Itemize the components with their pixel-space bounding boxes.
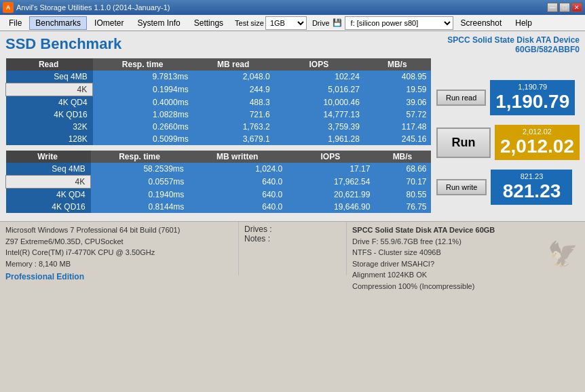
device-info: SPCC Solid State Disk ATA Device 60GB/58… [447, 35, 580, 54]
cell-mb: 721.6 [193, 109, 274, 121]
right-line3: NTFS - Cluster size 4096B [352, 247, 580, 258]
cell-name: 4K QD16 [6, 201, 91, 213]
run-read-button[interactable]: Run read [436, 90, 486, 106]
table-row: 4K 0.1994ms 244.9 5,016.27 19.59 [6, 83, 431, 96]
sys-line2: Z97 Extreme6/M0.35D, CPUSocket [5, 236, 233, 248]
read-header-col2: Resp. time [93, 58, 193, 71]
cell-name: 4K [6, 83, 93, 96]
drives-label: Drives : [244, 224, 341, 234]
menu-system-info[interactable]: System Info [131, 16, 186, 30]
run-write-button[interactable]: Run write [436, 179, 487, 195]
cell-iops: 10,000.46 [274, 96, 364, 109]
menu-screenshot[interactable]: Screenshot [455, 16, 508, 30]
table-row: Seq 4MB 9.7813ms 2,048.0 102.24 408.95 [6, 71, 431, 83]
sys-line3: Intel(R) Core(TM) i7-4770K CPU @ 3.50GHz [5, 247, 233, 258]
cell-mbs: 245.16 [364, 133, 431, 145]
menu-file[interactable]: File [3, 16, 28, 30]
status-middle: Drives : Notes : [238, 222, 347, 275]
test-size-label: Test size [235, 19, 264, 27]
cell-resp: 0.1940ms [91, 189, 189, 201]
cell-resp: 58.2539ms [91, 163, 189, 176]
cell-mb: 2,048.0 [193, 71, 274, 83]
cell-mb: 3,679.1 [193, 133, 274, 145]
maximize-button[interactable]: □ [559, 3, 570, 12]
cell-name: 4K QD4 [6, 96, 93, 109]
cell-mb: 1,763.2 [193, 121, 274, 133]
cell-mb: 640.0 [188, 189, 286, 201]
right-line4: Storage driver MSAHCI? [352, 258, 580, 270]
write-header-col5: MB/s [374, 151, 430, 163]
cell-iops: 3,759.39 [274, 121, 364, 133]
run-button[interactable]: Run [436, 128, 491, 158]
write-header-col4: IOPS [286, 151, 374, 163]
cell-resp: 0.8144ms [91, 201, 189, 213]
title-bar-text: Anvil's Storage Utilities 1.1.0 (2014-Ja… [16, 3, 170, 12]
cell-resp: 0.5099ms [93, 133, 193, 145]
cell-iops: 17.17 [286, 163, 374, 176]
status-left: Microsoft Windows 7 Professional 64 bit … [0, 222, 238, 275]
menu-settings[interactable]: Settings [188, 16, 229, 30]
write-header-col1: Write [6, 151, 91, 163]
cell-mbs: 19.59 [364, 83, 431, 96]
total-score-small: 2,012.02 [500, 128, 574, 136]
read-table: Read Resp. time MB read IOPS MB/s Seq 4M… [5, 58, 431, 145]
table-row: 32K 0.2660ms 1,763.2 3,759.39 117.48 [6, 121, 431, 133]
table-row: Seq 4MB 58.2539ms 1,024.0 17.17 68.66 [6, 163, 431, 176]
write-header-col2: Resp. time [91, 151, 189, 163]
table-row: 128K 0.5099ms 3,679.1 1,961.28 245.16 [6, 133, 431, 145]
menu-iometer[interactable]: IOmeter [88, 16, 130, 30]
cell-mbs: 408.95 [364, 71, 431, 83]
read-score-large: 1,190.79 [495, 91, 569, 113]
cell-iops: 20,621.99 [286, 189, 374, 201]
right-line2: Drive F: 55.9/6.7GB free (12.1%) [352, 236, 580, 248]
minimize-button[interactable]: — [547, 3, 558, 12]
cell-resp: 0.4000ms [93, 96, 193, 109]
table-row: 4K QD16 1.0828ms 721.6 14,777.13 57.72 [6, 109, 431, 121]
cell-iops: 102.24 [274, 71, 364, 83]
cell-iops: 5,016.27 [274, 83, 364, 96]
total-score-box: 2,012.02 2,012.02 [495, 125, 580, 160]
cell-mb: 640.0 [188, 176, 286, 189]
drive-icon: 💾 [331, 18, 343, 27]
bench-left: Read Resp. time MB read IOPS MB/s Seq 4M… [5, 58, 431, 218]
cell-mbs: 57.72 [364, 109, 431, 121]
sys-line1: Microsoft Windows 7 Professional 64 bit … [5, 224, 233, 236]
watermark-logo: 🦅 [548, 236, 578, 273]
write-score-row: Run write 821.23 821.23 [436, 170, 572, 205]
cell-resp: 9.7813ms [93, 71, 193, 83]
menu-benchmarks[interactable]: Benchmarks [29, 16, 87, 30]
cell-iops: 17,962.54 [286, 176, 374, 189]
cell-resp: 0.2660ms [93, 121, 193, 133]
write-header-row: Write Resp. time MB written IOPS MB/s [6, 151, 431, 163]
device-model: 60GB/582ABBF0 [447, 45, 580, 54]
close-button[interactable]: ✕ [571, 3, 582, 12]
test-size-select[interactable]: 1GB 100MB 4GB [265, 16, 307, 30]
title-bar-controls: — □ ✕ [547, 3, 582, 12]
cell-iops: 1,961.28 [274, 133, 364, 145]
ssd-title: SSD Benchmark [5, 35, 121, 53]
cell-mb: 488.3 [193, 96, 274, 109]
cell-mb: 1,024.0 [188, 163, 286, 176]
read-header-col1: Read [6, 58, 93, 71]
title-bar-left: A Anvil's Storage Utilities 1.1.0 (2014-… [3, 2, 170, 13]
cell-name: 4K QD16 [6, 109, 93, 121]
read-header-row: Read Resp. time MB read IOPS MB/s [6, 58, 431, 71]
ssd-header: SSD Benchmark SPCC Solid State Disk ATA … [5, 35, 580, 54]
drive-select[interactable]: f: [silicon power s80] [345, 16, 453, 30]
drive-label: Drive [312, 19, 330, 27]
cell-name: Seq 4MB [6, 71, 93, 83]
write-table: Write Resp. time MB written IOPS MB/s Se… [5, 151, 431, 213]
right-line6: Compression 100% (Incompressible) [352, 281, 580, 292]
cell-mbs: 80.55 [374, 189, 430, 201]
read-score-box: 1,190.79 1,190.79 [490, 80, 575, 115]
cell-name: 32K [6, 121, 93, 133]
table-row: 4K 0.0557ms 640.0 17,962.54 70.17 [6, 176, 431, 189]
read-header-col4: IOPS [274, 58, 364, 71]
score-panel: Run read 1,190.79 1,190.79 Run 2,012.02 … [436, 58, 580, 218]
write-score-box: 821.23 821.23 [491, 170, 572, 205]
cell-mb: 244.9 [193, 83, 274, 96]
menu-help[interactable]: Help [509, 16, 538, 30]
total-score-row: Run 2,012.02 2,012.02 [436, 125, 580, 160]
write-score-large: 821.23 [496, 180, 567, 202]
total-score-large: 2,012.02 [500, 136, 574, 157]
